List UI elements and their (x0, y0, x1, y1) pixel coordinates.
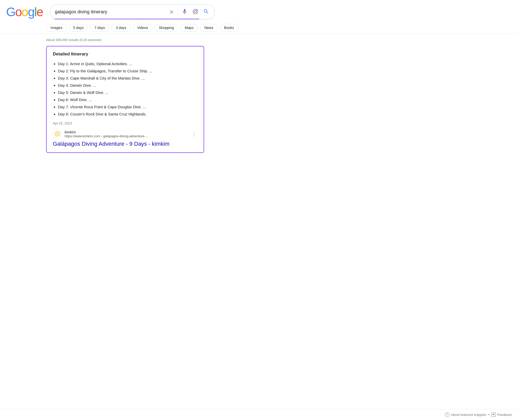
search-tabs: Images 5 days 7 days 3 days Videos Shopp… (0, 22, 518, 34)
svg-line-2 (197, 9, 198, 10)
list-item: Day 6: Wolf Dive. ... (58, 97, 197, 103)
search-icon (203, 8, 209, 15)
tab-videos[interactable]: Videos (133, 24, 153, 32)
source-favicon (53, 129, 62, 139)
tab-images[interactable]: Images (46, 24, 67, 32)
icon-divider (178, 9, 178, 15)
snippet-list: Day 1: Arrive in Quito, Optional Activit… (53, 61, 197, 117)
visual-search-button[interactable] (191, 7, 200, 16)
compass-icon (56, 132, 59, 135)
source-url: https://www.kimkim.com › galapagos-divin… (65, 134, 148, 138)
google-logo: Google (6, 5, 43, 19)
source-info: kimkim https://www.kimkim.com › galapago… (65, 130, 148, 138)
lens-icon (192, 8, 198, 15)
header: Google galapagos diving itinerary (0, 0, 518, 22)
list-item: Day 1: Arrive in Quito, Optional Activit… (58, 61, 197, 67)
svg-point-1 (194, 11, 196, 13)
tab-maps[interactable]: Maps (180, 24, 198, 32)
list-item: Day 3: Cape Marshall & City of the Manta… (58, 75, 197, 81)
list-item: Day 5: Darwin & Wolf Dive. ... (58, 90, 197, 96)
clear-button[interactable] (168, 8, 175, 16)
snippet-source: kimkim https://www.kimkim.com › galapago… (53, 129, 197, 139)
tab-7days[interactable]: 7 days (90, 24, 109, 32)
logo-g: G (6, 5, 15, 19)
logo-g2: g (28, 5, 34, 19)
list-item: Day 4: Darwin Dive. ... (58, 82, 197, 89)
svg-line-3 (193, 13, 194, 14)
tab-shopping[interactable]: Shopping (154, 24, 178, 32)
tab-books[interactable]: Books (220, 24, 238, 32)
search-bar: galapagos diving itinerary (51, 5, 215, 19)
snippet-date: Apr 15, 2023 (53, 121, 197, 125)
tab-news[interactable]: News (200, 24, 218, 32)
list-item: Day 8: Cousin's Rock Dive & Santa Cruz H… (58, 111, 197, 117)
snippet-result-link[interactable]: Galápagos Diving Adventure - 9 Days - ki… (53, 141, 197, 147)
featured-snippet: Detailed Itinerary Day 1: Arrive in Quit… (46, 46, 204, 153)
list-item: Day 7: Vicente Roca Point & Cape Douglas… (58, 104, 197, 110)
source-name: kimkim (65, 130, 148, 134)
search-underline (55, 19, 199, 19)
results-count: About 300,000 results (0.20 seconds) (46, 38, 204, 42)
microphone-icon (182, 8, 188, 15)
results-area: About 300,000 results (0.20 seconds) Det… (0, 34, 210, 162)
search-input[interactable]: galapagos diving itinerary (55, 9, 165, 15)
search-bar-wrapper: galapagos diving itinerary (51, 5, 215, 19)
clear-icon (169, 9, 174, 15)
voice-search-button[interactable] (181, 7, 189, 16)
search-button[interactable] (202, 7, 210, 16)
logo-o1: o (15, 5, 22, 19)
snippet-title: Detailed Itinerary (53, 52, 197, 57)
logo-l: l (34, 5, 36, 19)
tab-5days[interactable]: 5 days (69, 24, 88, 32)
favicon-inner (55, 131, 60, 136)
source-more-button[interactable]: ⋮ (190, 130, 197, 138)
logo-e: e (36, 5, 43, 19)
tab-3days[interactable]: 3 days (111, 24, 131, 32)
list-item: Day 2: Fly to the Galápagos, Transfer to… (58, 68, 197, 74)
logo-o2: o (22, 5, 28, 19)
